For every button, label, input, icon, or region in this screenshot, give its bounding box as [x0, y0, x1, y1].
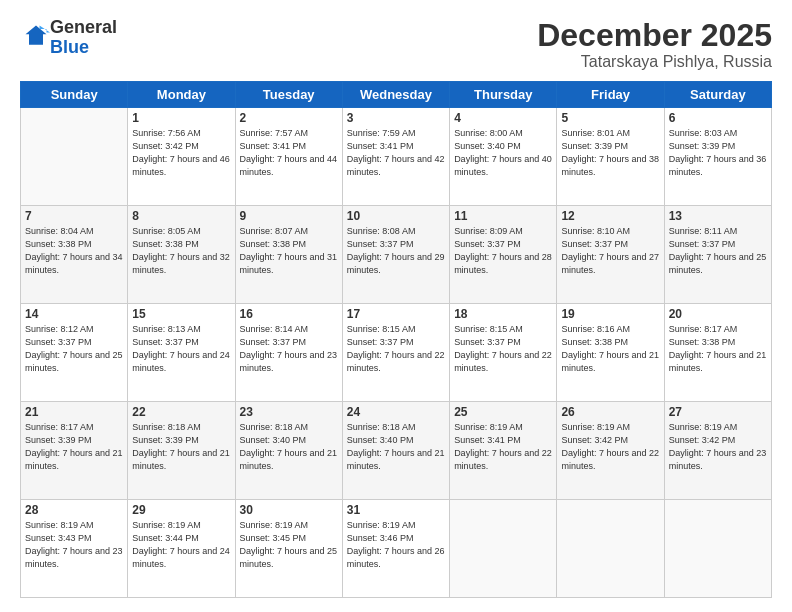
day-info: Sunrise: 8:19 AMSunset: 3:43 PMDaylight:…	[25, 519, 123, 571]
day-info: Sunrise: 8:17 AMSunset: 3:38 PMDaylight:…	[669, 323, 767, 375]
calendar-table: SundayMondayTuesdayWednesdayThursdayFrid…	[20, 81, 772, 598]
day-info: Sunrise: 8:10 AMSunset: 3:37 PMDaylight:…	[561, 225, 659, 277]
calendar-cell: 29Sunrise: 8:19 AMSunset: 3:44 PMDayligh…	[128, 500, 235, 598]
calendar-cell: 10Sunrise: 8:08 AMSunset: 3:37 PMDayligh…	[342, 206, 449, 304]
calendar-cell: 4Sunrise: 8:00 AMSunset: 3:40 PMDaylight…	[450, 108, 557, 206]
calendar-cell: 3Sunrise: 7:59 AMSunset: 3:41 PMDaylight…	[342, 108, 449, 206]
day-number: 25	[454, 405, 552, 419]
calendar-cell: 8Sunrise: 8:05 AMSunset: 3:38 PMDaylight…	[128, 206, 235, 304]
day-info: Sunrise: 8:18 AMSunset: 3:40 PMDaylight:…	[240, 421, 338, 473]
day-number: 8	[132, 209, 230, 223]
page-title: December 2025	[537, 18, 772, 53]
day-number: 7	[25, 209, 123, 223]
calendar-week-row: 7Sunrise: 8:04 AMSunset: 3:38 PMDaylight…	[21, 206, 772, 304]
day-info: Sunrise: 8:15 AMSunset: 3:37 PMDaylight:…	[347, 323, 445, 375]
day-number: 6	[669, 111, 767, 125]
calendar-cell: 9Sunrise: 8:07 AMSunset: 3:38 PMDaylight…	[235, 206, 342, 304]
calendar-cell: 13Sunrise: 8:11 AMSunset: 3:37 PMDayligh…	[664, 206, 771, 304]
page-subtitle: Tatarskaya Pishlya, Russia	[537, 53, 772, 71]
day-number: 4	[454, 111, 552, 125]
logo-blue: Blue	[50, 37, 89, 57]
calendar-cell: 11Sunrise: 8:09 AMSunset: 3:37 PMDayligh…	[450, 206, 557, 304]
day-number: 11	[454, 209, 552, 223]
calendar-cell: 18Sunrise: 8:15 AMSunset: 3:37 PMDayligh…	[450, 304, 557, 402]
day-number: 14	[25, 307, 123, 321]
logo: General Blue	[20, 18, 117, 58]
day-number: 26	[561, 405, 659, 419]
calendar-header-friday: Friday	[557, 82, 664, 108]
day-number: 31	[347, 503, 445, 517]
day-info: Sunrise: 8:03 AMSunset: 3:39 PMDaylight:…	[669, 127, 767, 179]
calendar-cell	[664, 500, 771, 598]
day-info: Sunrise: 8:19 AMSunset: 3:42 PMDaylight:…	[669, 421, 767, 473]
calendar-header-wednesday: Wednesday	[342, 82, 449, 108]
calendar-cell: 24Sunrise: 8:18 AMSunset: 3:40 PMDayligh…	[342, 402, 449, 500]
day-info: Sunrise: 7:56 AMSunset: 3:42 PMDaylight:…	[132, 127, 230, 179]
day-info: Sunrise: 8:13 AMSunset: 3:37 PMDaylight:…	[132, 323, 230, 375]
day-number: 3	[347, 111, 445, 125]
title-block: December 2025 Tatarskaya Pishlya, Russia	[537, 18, 772, 71]
calendar-header-monday: Monday	[128, 82, 235, 108]
day-number: 20	[669, 307, 767, 321]
day-number: 29	[132, 503, 230, 517]
day-info: Sunrise: 8:07 AMSunset: 3:38 PMDaylight:…	[240, 225, 338, 277]
calendar-cell: 5Sunrise: 8:01 AMSunset: 3:39 PMDaylight…	[557, 108, 664, 206]
calendar-header-sunday: Sunday	[21, 82, 128, 108]
page: General Blue December 2025 Tatarskaya Pi…	[0, 0, 792, 612]
header: General Blue December 2025 Tatarskaya Pi…	[20, 18, 772, 71]
calendar-cell	[21, 108, 128, 206]
day-number: 18	[454, 307, 552, 321]
day-number: 22	[132, 405, 230, 419]
day-info: Sunrise: 8:11 AMSunset: 3:37 PMDaylight:…	[669, 225, 767, 277]
calendar-cell: 7Sunrise: 8:04 AMSunset: 3:38 PMDaylight…	[21, 206, 128, 304]
logo-text: General Blue	[50, 18, 117, 58]
day-info: Sunrise: 8:04 AMSunset: 3:38 PMDaylight:…	[25, 225, 123, 277]
day-number: 27	[669, 405, 767, 419]
day-number: 19	[561, 307, 659, 321]
day-info: Sunrise: 7:57 AMSunset: 3:41 PMDaylight:…	[240, 127, 338, 179]
day-info: Sunrise: 8:12 AMSunset: 3:37 PMDaylight:…	[25, 323, 123, 375]
day-number: 21	[25, 405, 123, 419]
day-number: 12	[561, 209, 659, 223]
day-number: 15	[132, 307, 230, 321]
calendar-week-row: 1Sunrise: 7:56 AMSunset: 3:42 PMDaylight…	[21, 108, 772, 206]
day-info: Sunrise: 8:05 AMSunset: 3:38 PMDaylight:…	[132, 225, 230, 277]
calendar-cell: 14Sunrise: 8:12 AMSunset: 3:37 PMDayligh…	[21, 304, 128, 402]
day-info: Sunrise: 8:19 AMSunset: 3:42 PMDaylight:…	[561, 421, 659, 473]
day-info: Sunrise: 8:19 AMSunset: 3:44 PMDaylight:…	[132, 519, 230, 571]
calendar-week-row: 28Sunrise: 8:19 AMSunset: 3:43 PMDayligh…	[21, 500, 772, 598]
day-number: 9	[240, 209, 338, 223]
calendar-cell: 1Sunrise: 7:56 AMSunset: 3:42 PMDaylight…	[128, 108, 235, 206]
calendar-cell: 21Sunrise: 8:17 AMSunset: 3:39 PMDayligh…	[21, 402, 128, 500]
calendar-cell: 26Sunrise: 8:19 AMSunset: 3:42 PMDayligh…	[557, 402, 664, 500]
day-info: Sunrise: 8:14 AMSunset: 3:37 PMDaylight:…	[240, 323, 338, 375]
calendar-cell: 20Sunrise: 8:17 AMSunset: 3:38 PMDayligh…	[664, 304, 771, 402]
day-info: Sunrise: 8:00 AMSunset: 3:40 PMDaylight:…	[454, 127, 552, 179]
calendar-cell: 12Sunrise: 8:10 AMSunset: 3:37 PMDayligh…	[557, 206, 664, 304]
day-info: Sunrise: 8:15 AMSunset: 3:37 PMDaylight:…	[454, 323, 552, 375]
day-info: Sunrise: 7:59 AMSunset: 3:41 PMDaylight:…	[347, 127, 445, 179]
calendar-cell: 27Sunrise: 8:19 AMSunset: 3:42 PMDayligh…	[664, 402, 771, 500]
day-number: 5	[561, 111, 659, 125]
day-number: 1	[132, 111, 230, 125]
calendar-header-row: SundayMondayTuesdayWednesdayThursdayFrid…	[21, 82, 772, 108]
day-info: Sunrise: 8:18 AMSunset: 3:39 PMDaylight:…	[132, 421, 230, 473]
calendar-cell: 30Sunrise: 8:19 AMSunset: 3:45 PMDayligh…	[235, 500, 342, 598]
day-info: Sunrise: 8:01 AMSunset: 3:39 PMDaylight:…	[561, 127, 659, 179]
calendar-header-tuesday: Tuesday	[235, 82, 342, 108]
day-info: Sunrise: 8:19 AMSunset: 3:46 PMDaylight:…	[347, 519, 445, 571]
day-info: Sunrise: 8:17 AMSunset: 3:39 PMDaylight:…	[25, 421, 123, 473]
day-number: 16	[240, 307, 338, 321]
calendar-cell	[557, 500, 664, 598]
calendar-cell: 17Sunrise: 8:15 AMSunset: 3:37 PMDayligh…	[342, 304, 449, 402]
day-number: 2	[240, 111, 338, 125]
day-number: 17	[347, 307, 445, 321]
calendar-cell: 19Sunrise: 8:16 AMSunset: 3:38 PMDayligh…	[557, 304, 664, 402]
day-number: 28	[25, 503, 123, 517]
logo-icon	[22, 22, 50, 50]
calendar-cell: 23Sunrise: 8:18 AMSunset: 3:40 PMDayligh…	[235, 402, 342, 500]
day-number: 13	[669, 209, 767, 223]
day-number: 24	[347, 405, 445, 419]
calendar-cell: 16Sunrise: 8:14 AMSunset: 3:37 PMDayligh…	[235, 304, 342, 402]
day-info: Sunrise: 8:08 AMSunset: 3:37 PMDaylight:…	[347, 225, 445, 277]
